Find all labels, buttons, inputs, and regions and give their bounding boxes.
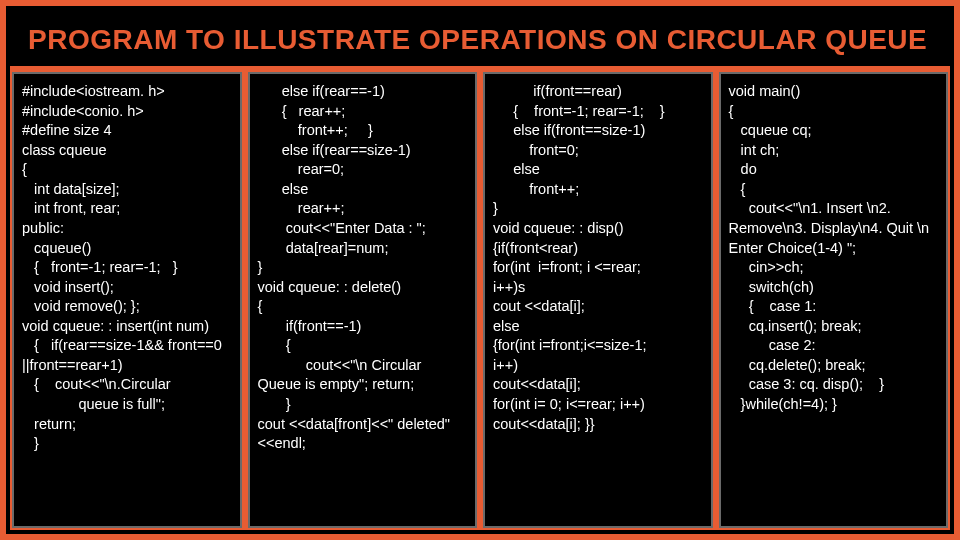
code-columns: #include<iostream. h> #include<conio. h>… <box>12 72 948 528</box>
code-column-1: #include<iostream. h> #include<conio. h>… <box>12 72 242 528</box>
slide-title: PROGRAM TO ILLUSTRATE OPERATIONS ON CIRC… <box>10 10 950 66</box>
code-column-4: void main() { cqueue cq; int ch; do { co… <box>719 72 949 528</box>
code-column-2: else if(rear==-1) { rear++; front++; } e… <box>248 72 478 528</box>
code-column-3: if(front==rear) { front=-1; rear=-1; } e… <box>483 72 713 528</box>
